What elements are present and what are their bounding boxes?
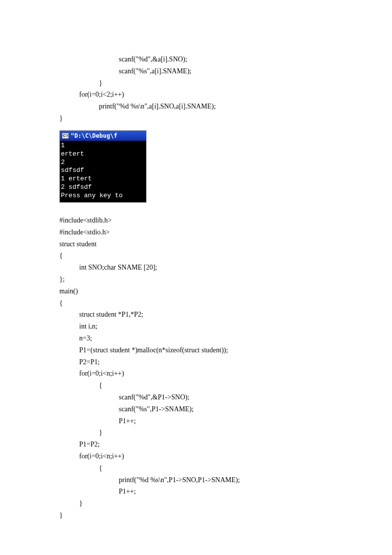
cmd-icon: C:\ [62, 133, 69, 139]
code-line: P2=P1; [59, 356, 333, 368]
code-line: { [59, 462, 333, 474]
code-line: for(i=0;i<n;i++) [59, 450, 333, 462]
code-line: scanf("%s",a[i].SNAME); [59, 65, 333, 77]
code-line: P1++; [59, 486, 333, 498]
code-line: P1=P2; [59, 439, 333, 450]
code-line: int SNO;char SNAME [20]; [59, 262, 333, 274]
code-line: n=3; [59, 333, 333, 344]
code-line: printf("%d %s\n",a[i].SNO,a[i].SNAME); [59, 101, 333, 112]
code-line: } [59, 427, 333, 439]
code-line: struct student [59, 238, 333, 250]
code-line: } [59, 498, 333, 509]
code-block-2: #include<stdlib.h> #include<stdio.h> str… [59, 215, 333, 521]
code-line: } [59, 509, 333, 521]
code-line: { [59, 297, 333, 309]
console-window: C:\ "D:\C\Debug\f 1 ertert 2 sdfsdf 1 er… [59, 130, 147, 203]
code-line: main() [59, 285, 333, 297]
code-line: printf("%d %s\n",P1->SNO,P1->SNAME); [59, 474, 333, 486]
console-output: 1 ertert 2 sdfsdf 1 ertert 2 sdfsdf Pres… [60, 141, 146, 202]
code-line: scanf("%s",P1->SNAME); [59, 403, 333, 415]
console-title-bar: C:\ "D:\C\Debug\f [60, 131, 146, 141]
code-line: scanf("%d",&P1->SNO); [59, 391, 333, 403]
code-line: } [59, 77, 333, 89]
code-line: struct student *P1,*P2; [59, 309, 333, 321]
code-line: }; [59, 274, 333, 285]
code-line: #include<stdlib.h> [59, 215, 333, 226]
code-line: P1++; [59, 415, 333, 427]
code-line: { [59, 380, 333, 391]
code-line: { [59, 250, 333, 262]
code-line: int i,n; [59, 321, 333, 333]
code-line: scanf("%d",&a[i].SNO); [59, 54, 333, 65]
code-block-1: scanf("%d",&a[i].SNO); scanf("%s",a[i].S… [59, 54, 333, 124]
code-line: #include<stdio.h> [59, 226, 333, 238]
code-line: P1=(struct student *)malloc(n*sizeof(str… [59, 344, 333, 356]
code-line: for(i=0;i<n;i++) [59, 368, 333, 380]
console-title: "D:\C\Debug\f [71, 131, 117, 141]
code-line: } [59, 112, 333, 124]
code-line: for(i=0;i<2;i++) [59, 89, 333, 101]
